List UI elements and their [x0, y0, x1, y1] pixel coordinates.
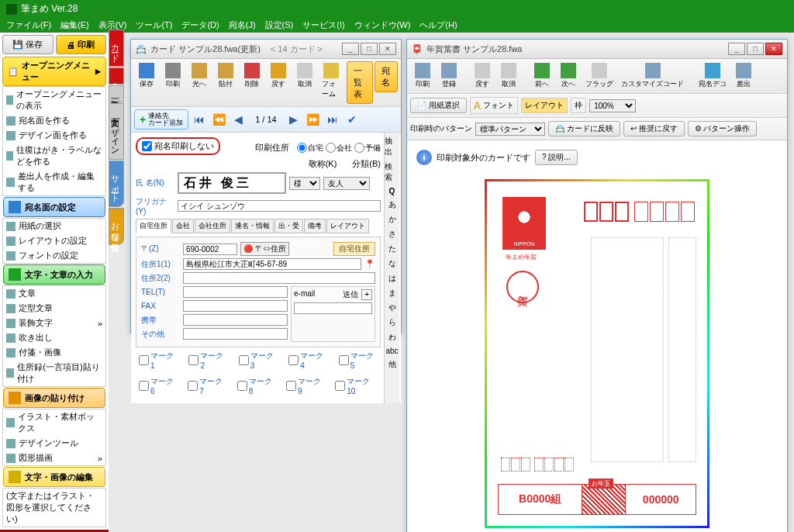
ptool-barcode[interactable]: カスタマイズコード: [618, 61, 687, 91]
no-print-checkbox[interactable]: 宛名印刷しない: [136, 137, 220, 155]
menu-service[interactable]: サービス(I): [302, 19, 344, 31]
text-item-addrbook[interactable]: 住所録(一言項目)貼り付け: [3, 360, 105, 386]
tool-undo[interactable]: 戻す: [266, 61, 291, 91]
menu-edit[interactable]: 編集(E): [60, 19, 89, 31]
card-max-button[interactable]: □: [361, 43, 378, 55]
pattern-select[interactable]: 標準パターン: [475, 123, 545, 136]
opening-item-sender[interactable]: 差出人を作成・編集する: [3, 169, 105, 195]
mark9[interactable]: マーク9: [286, 376, 324, 396]
email-input[interactable]: [294, 302, 372, 314]
nav-next[interactable]: ▶: [285, 111, 302, 128]
addr-item-paper[interactable]: 用紙の選択: [3, 219, 105, 233]
layout-button[interactable]: レイアウト: [521, 98, 568, 113]
other-input[interactable]: [183, 328, 288, 340]
mobile-input[interactable]: [183, 314, 288, 326]
ptool-print[interactable]: 印刷: [410, 61, 435, 91]
side-tab-support[interactable]: サポート: [109, 161, 124, 207]
img-item-shape[interactable]: 図形描画»: [3, 451, 105, 465]
nav-forward[interactable]: ⏩: [305, 111, 322, 128]
addr1-input[interactable]: [183, 258, 361, 270]
frame-button[interactable]: 枠: [571, 98, 586, 113]
map-pin-icon[interactable]: 📍: [364, 259, 375, 269]
ptool-undo[interactable]: 戻す: [470, 61, 495, 91]
mark5[interactable]: マーク5: [339, 351, 378, 370]
nav-prev[interactable]: ◀: [230, 111, 247, 128]
img-item-illust[interactable]: イラスト・素材ボックス: [3, 409, 105, 436]
post-max-button[interactable]: □: [747, 43, 764, 55]
radio-spare[interactable]: 予備: [354, 143, 381, 154]
fax-input[interactable]: [183, 300, 288, 312]
contact-add-button[interactable]: +連絡先カード追加: [134, 109, 188, 130]
pattern-op-button[interactable]: ⚙ パターン操作: [688, 121, 758, 136]
section-text-input[interactable]: 文字・文章の入力: [3, 264, 105, 285]
ptool-deco[interactable]: 宛名デコ: [696, 61, 730, 91]
text-item-sticky[interactable]: 付箋・画像: [3, 345, 105, 360]
tel-input[interactable]: [183, 286, 288, 298]
menu-settings[interactable]: 設定(S): [265, 19, 294, 31]
img-item-design[interactable]: デザインツール: [3, 436, 105, 451]
addr-item-font[interactable]: フォントの設定: [3, 248, 105, 263]
nav-last[interactable]: ⏭: [324, 111, 341, 128]
mark2[interactable]: マーク2: [188, 351, 227, 370]
address-area[interactable]: [591, 237, 664, 462]
font-button[interactable]: Aフォント: [470, 97, 518, 114]
tab-company-addr[interactable]: 会社住所: [195, 219, 230, 233]
text-item-fixed[interactable]: 定型文章: [3, 301, 105, 316]
opening-menu-button[interactable]: 📋 オープニングメニュー: [2, 57, 106, 86]
name-area[interactable]: [668, 237, 696, 462]
tool-form[interactable]: フォーム: [319, 61, 343, 101]
mark1[interactable]: マーク1: [139, 351, 178, 370]
section-image-paste[interactable]: 画像の貼り付け: [3, 388, 105, 408]
paper-select-button[interactable]: 📄 用紙選択: [410, 98, 467, 113]
reflect-button[interactable]: 📇 カードに反映: [548, 121, 620, 136]
tool-delete[interactable]: 削除: [240, 61, 264, 91]
menu-data[interactable]: データ(D): [181, 19, 219, 31]
opening-item-label[interactable]: 往復はがき・ラベルなどを作る: [3, 143, 105, 169]
tab-layout[interactable]: レイアウト: [326, 219, 369, 233]
ptool-register[interactable]: 登録: [437, 61, 461, 91]
revert-button[interactable]: ↩ 推奨に戻す: [623, 121, 685, 136]
menu-atena[interactable]: 宛名(J): [229, 19, 256, 31]
radio-company[interactable]: 会社: [326, 143, 352, 154]
tool-save[interactable]: 保存: [134, 61, 159, 91]
radio-home[interactable]: 自宅: [297, 143, 323, 154]
tab-company[interactable]: 会社: [172, 219, 194, 233]
zoom-select[interactable]: 100%: [589, 99, 636, 112]
side-tab-info[interactable]: お得な情報: [109, 208, 124, 245]
ptool-sender[interactable]: 差出: [731, 61, 756, 91]
help-button[interactable]: ? 説明...: [535, 150, 578, 165]
tab-sent-recv[interactable]: 出・受: [274, 219, 303, 233]
mark7[interactable]: マーク7: [188, 376, 226, 396]
tool-print[interactable]: 印刷: [161, 61, 185, 91]
side-tab-card[interactable]: カード: [109, 29, 124, 67]
side-tab-design[interactable]: 文面デザイン: [109, 103, 124, 160]
postcard-preview[interactable]: NIPPON 年まめ年賀 年賀: [485, 179, 709, 528]
list-view-button[interactable]: 一覧表: [347, 61, 373, 104]
mark10[interactable]: マーク10: [335, 376, 378, 396]
ptool-flag[interactable]: フラッグ: [582, 61, 616, 91]
menu-help[interactable]: ヘルプ(H): [419, 19, 457, 31]
tab-home-addr[interactable]: 自宅住所: [136, 219, 171, 233]
mark8[interactable]: マーク8: [237, 376, 275, 396]
tab-memo[interactable]: 備考: [304, 219, 326, 233]
print-button[interactable]: 🖨 印刷: [56, 35, 107, 54]
text-item-text[interactable]: 文章: [3, 286, 105, 301]
tab-joint[interactable]: 連名・情報: [231, 219, 274, 233]
ptool-redo[interactable]: 取消: [496, 61, 521, 91]
atena-button[interactable]: 宛 名: [375, 61, 398, 92]
kana-index[interactable]: 抽出検索Q あかさ たなは まやら わabc他: [384, 133, 399, 403]
opening-item-atena[interactable]: 宛名面を作る: [3, 113, 105, 128]
add-email-button[interactable]: +: [361, 289, 372, 300]
ptool-prev[interactable]: 前へ: [530, 61, 554, 91]
mark3[interactable]: マーク3: [239, 351, 278, 370]
mark6[interactable]: マーク6: [139, 376, 177, 396]
save-button[interactable]: 💾 保存: [2, 35, 54, 54]
tool-paste[interactable]: 貼付: [213, 61, 238, 91]
menu-file[interactable]: ファイル(F): [6, 19, 51, 31]
nav-check[interactable]: ✔: [343, 111, 361, 128]
mark4[interactable]: マーク4: [288, 351, 327, 370]
keisho-select[interactable]: 様: [289, 177, 320, 190]
addr-item-layout[interactable]: レイアウトの設定: [3, 233, 105, 248]
side-tab-atena[interactable]: 宛名: [109, 67, 124, 85]
card-close-button[interactable]: ✕: [379, 43, 396, 55]
